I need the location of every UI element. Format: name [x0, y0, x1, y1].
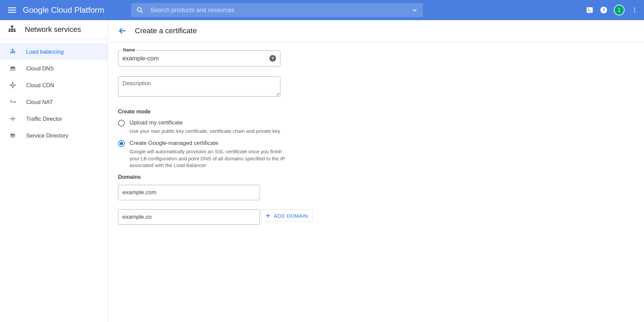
help-icon[interactable]: ?: [600, 6, 608, 14]
svg-rect-16: [11, 30, 13, 32]
radio-upload-certificate[interactable]: Upload my certificate: [118, 119, 393, 126]
svg-rect-29: [14, 51, 15, 52]
name-input[interactable]: [122, 55, 269, 62]
main-content: Create a certificate Name ? Description …: [108, 20, 644, 322]
radio-icon: [118, 140, 125, 147]
description-textarea[interactable]: Description: [118, 76, 280, 97]
svg-rect-32: [12, 84, 14, 87]
sidebar-item-cloud-dns[interactable]: Cloud DNS: [0, 60, 108, 77]
svg-rect-2: [8, 12, 16, 13]
avatar[interactable]: 1: [614, 5, 625, 15]
brand-logo[interactable]: Google Cloud Platform: [23, 5, 104, 15]
svg-rect-24: [14, 52, 15, 53]
search-input[interactable]: [151, 7, 408, 14]
svg-rect-23: [12, 52, 13, 53]
svg-rect-44: [11, 133, 12, 134]
search-icon: [137, 7, 143, 13]
domain-input-1[interactable]: [118, 209, 260, 225]
svg-rect-42: [10, 135, 15, 136]
page-title: Create a certificate: [135, 26, 197, 35]
traffic-director-icon: [9, 115, 16, 122]
hamburger-menu-icon[interactable]: [5, 3, 19, 17]
radio-managed-help: Google will automatically provision an S…: [129, 148, 292, 169]
search-box[interactable]: [131, 3, 423, 17]
svg-rect-30: [10, 67, 15, 68]
sidebar-item-traffic-director[interactable]: Traffic Director: [0, 110, 108, 127]
svg-point-3: [137, 8, 141, 12]
svg-rect-20: [14, 29, 15, 31]
svg-rect-31: [10, 69, 15, 70]
sidebar-item-cloud-nat[interactable]: Cloud NAT: [0, 94, 108, 110]
sidebar-item-label: Cloud CDN: [26, 82, 54, 89]
svg-rect-1: [8, 10, 16, 11]
svg-rect-21: [12, 49, 14, 50]
sidebar-section-title: Network services: [25, 25, 81, 34]
chevron-down-icon[interactable]: [412, 7, 418, 13]
sidebar-item-label: Load balancing: [26, 49, 64, 55]
svg-point-11: [634, 11, 635, 12]
cdn-icon: [9, 82, 16, 89]
load-balancing-icon: [9, 49, 16, 55]
cloud-shell-icon[interactable]: [586, 6, 594, 14]
create-mode-label: Create mode: [118, 109, 393, 115]
radio-google-managed-certificate[interactable]: Create Google-managed certificate: [118, 140, 393, 147]
sidebar-section-header[interactable]: Network services: [0, 20, 108, 39]
name-field-label: Name: [122, 47, 136, 52]
svg-rect-41: [10, 134, 15, 135]
svg-rect-15: [9, 30, 11, 32]
svg-rect-27: [11, 51, 11, 52]
svg-line-4: [141, 11, 142, 13]
add-domain-label: ADD DOMAIN: [274, 213, 308, 219]
sidebar-item-cloud-cdn[interactable]: Cloud CDN: [0, 77, 108, 94]
svg-rect-18: [9, 29, 10, 31]
svg-rect-12: [11, 25, 13, 27]
more-vert-icon[interactable]: [631, 6, 639, 14]
name-field-container: Name ?: [118, 50, 280, 66]
svg-rect-5: [587, 7, 593, 13]
svg-rect-0: [8, 7, 16, 8]
sidebar: Network services Load balancing Cloud DN…: [0, 20, 108, 322]
svg-rect-19: [12, 29, 12, 31]
svg-rect-43: [10, 137, 15, 138]
svg-point-10: [634, 9, 635, 10]
add-domain-button[interactable]: ADD DOMAIN: [261, 210, 313, 222]
svg-rect-22: [10, 52, 12, 53]
avatar-initial: 1: [618, 7, 621, 13]
plus-icon: [265, 213, 271, 219]
dns-icon: [9, 65, 16, 71]
svg-rect-17: [14, 30, 16, 32]
page-header: Create a certificate: [108, 20, 644, 42]
domains-label: Domains: [118, 174, 393, 180]
brand-rest: Cloud Platform: [49, 5, 104, 14]
sidebar-item-label: Service Directory: [26, 132, 68, 139]
radio-label: Create Google-managed certificate: [129, 140, 218, 147]
radio-icon: [118, 120, 125, 126]
sidebar-item-service-directory[interactable]: Service Directory: [0, 127, 108, 144]
description-placeholder: Description: [122, 80, 151, 87]
sidebar-item-label: Cloud DNS: [26, 65, 54, 72]
top-bar: Google Cloud Platform ? 1: [0, 0, 644, 20]
sidebar-item-label: Traffic Director: [26, 116, 62, 122]
nat-icon: [9, 99, 16, 105]
svg-point-9: [634, 8, 635, 9]
radio-upload-help: Use your own public key certificate, cer…: [129, 128, 292, 135]
sidebar-item-label: Cloud NAT: [26, 99, 53, 105]
brand-prefix: Google: [23, 5, 49, 14]
help-icon[interactable]: ?: [269, 55, 276, 62]
sidebar-item-load-balancing[interactable]: Load balancing: [0, 43, 108, 60]
domain-input-0[interactable]: [118, 185, 260, 200]
network-services-icon: [7, 25, 17, 34]
service-directory-icon: [9, 132, 16, 139]
radio-label: Upload my certificate: [129, 119, 183, 126]
back-arrow-icon[interactable]: [118, 26, 127, 35]
svg-rect-28: [12, 51, 13, 52]
svg-text:?: ?: [602, 8, 605, 13]
